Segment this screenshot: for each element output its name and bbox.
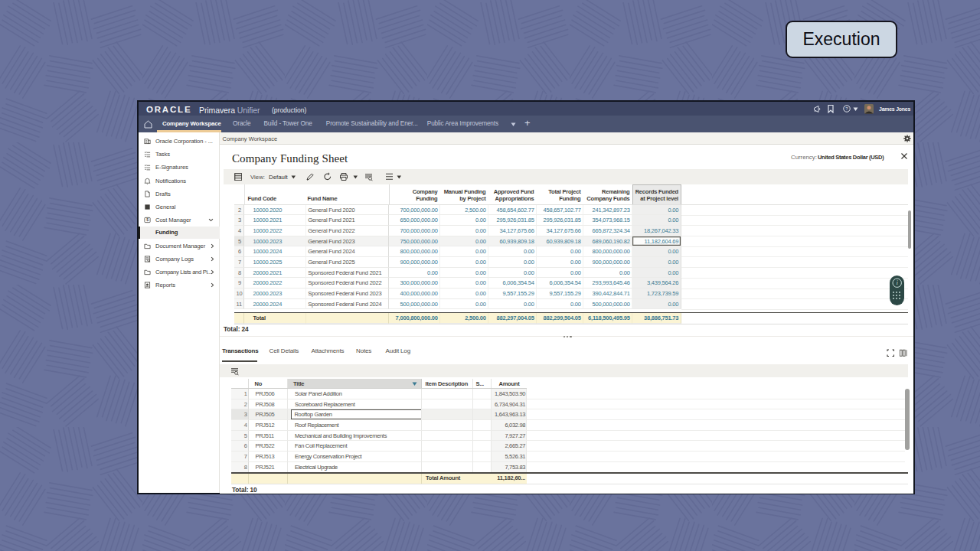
svg-text:i: i: [896, 279, 897, 286]
svg-text:?: ?: [845, 106, 848, 111]
svg-text:$: $: [146, 218, 149, 222]
